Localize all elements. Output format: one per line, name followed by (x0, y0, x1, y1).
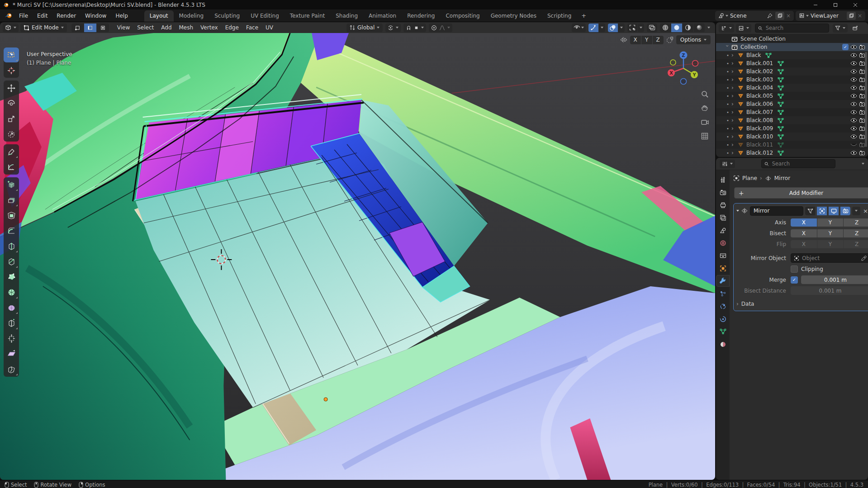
flip-z-button[interactable]: Z (844, 240, 868, 248)
disable-render-icon[interactable] (859, 101, 865, 107)
outliner-filter-mode[interactable] (736, 24, 751, 33)
modifier-name-input[interactable] (750, 206, 803, 216)
expand-arrow[interactable]: › (731, 101, 736, 107)
workspace-tab[interactable]: Scripting (542, 10, 577, 22)
pan-view-icon[interactable] (700, 103, 710, 113)
3d-viewport[interactable]: User Perspective (1) Plane | Plane X Y Z… (0, 33, 715, 480)
toggle-xray-button[interactable] (647, 24, 657, 32)
new-scene-button[interactable] (775, 12, 784, 20)
viewport-menu-item[interactable]: Select (133, 23, 157, 32)
expand-arrow[interactable]: › (731, 133, 736, 140)
tool-spin-button[interactable] (4, 285, 19, 300)
workspace-tab[interactable]: Rendering (402, 10, 440, 22)
hide-eye-icon[interactable] (850, 69, 857, 74)
tool-bevel-button[interactable] (4, 223, 19, 238)
add-modifier-button[interactable]: + Add Modifier (734, 187, 868, 199)
disable-render-icon[interactable] (859, 109, 865, 115)
outliner-object-row-black-004[interactable]: • › Black.004 (716, 84, 868, 92)
hide-eye-icon[interactable] (850, 101, 857, 107)
hide-eye-icon[interactable] (850, 126, 857, 131)
tab-material[interactable] (716, 338, 730, 350)
tab-view-layer[interactable] (716, 212, 730, 223)
hide-eye-icon[interactable] (850, 77, 857, 82)
expand-arrow[interactable]: › (731, 60, 736, 66)
outliner-search[interactable] (755, 24, 829, 33)
hide-eye-icon[interactable] (850, 61, 857, 66)
flip-y-button[interactable]: Y (817, 240, 844, 248)
tab-physics[interactable] (716, 300, 730, 312)
viewport-menu-item[interactable]: View (114, 23, 133, 32)
viewport-menu-item[interactable]: UV (262, 23, 277, 32)
disable-render-icon[interactable] (859, 44, 865, 50)
collapse-panel-arrow[interactable] (736, 210, 739, 212)
maximize-button[interactable] (825, 0, 845, 9)
outliner-object-row-black-007[interactable]: • › Black.007 (716, 108, 868, 116)
tool-annotate-button[interactable] (4, 144, 19, 159)
workspace-tab[interactable]: Texture Paint (285, 10, 330, 22)
viewport-menu-item[interactable]: Vertex (197, 23, 222, 32)
pivot-point-selector[interactable] (385, 24, 401, 32)
properties-search[interactable] (761, 159, 835, 168)
mirror-y-button[interactable]: Y (641, 36, 652, 44)
wireframe-shading-button[interactable] (660, 24, 671, 32)
tab-modifiers[interactable] (716, 275, 730, 287)
outliner-object-row-black-009[interactable]: • › Black.009 (716, 124, 868, 133)
solid-shading-button[interactable] (671, 24, 682, 32)
tool-measure-button[interactable] (4, 160, 19, 175)
edit-mode-display-toggle[interactable] (817, 207, 827, 215)
workspace-tab[interactable]: Sculpting (209, 10, 245, 22)
workspace-tab[interactable]: Geometry Nodes (485, 10, 542, 22)
blender-menu-button[interactable] (3, 11, 14, 21)
workspace-tab[interactable]: Compositing (440, 10, 485, 22)
tab-constraints[interactable] (716, 313, 730, 325)
tool-transform-button[interactable] (4, 127, 19, 142)
tab-render[interactable] (716, 186, 730, 198)
disable-render-icon[interactable] (859, 77, 865, 82)
clipping-checkbox[interactable] (791, 265, 798, 273)
mode-selector[interactable]: Edit Mode (20, 24, 67, 32)
viewport-menu-item[interactable]: Add (157, 23, 175, 32)
remove-viewlayer-button[interactable]: × (856, 12, 864, 20)
overlays-dropdown[interactable] (618, 24, 625, 32)
breadcrumb-modifier[interactable]: Mirror (774, 175, 790, 181)
disable-render-icon[interactable] (859, 93, 865, 99)
menu-item[interactable]: Edit (33, 11, 52, 20)
disable-render-icon[interactable] (859, 150, 865, 156)
workspace-tab[interactable]: Shading (330, 10, 363, 22)
eyedropper-icon[interactable] (861, 256, 867, 261)
disable-render-icon[interactable] (859, 142, 865, 147)
unlink-scene-button[interactable]: × (784, 12, 792, 20)
menu-item[interactable]: Window (81, 11, 111, 20)
camera-view-icon[interactable] (700, 117, 710, 127)
axis-y-button[interactable]: Y (817, 218, 844, 227)
outliner-object-row-black-002[interactable]: • › Black.002 (716, 67, 868, 76)
mirror-x-button[interactable]: X (630, 36, 641, 44)
tab-output[interactable] (716, 199, 730, 211)
breadcrumb-object[interactable]: Plane (742, 175, 757, 181)
outliner-object-row-black-012[interactable]: • › Black.012 (716, 149, 868, 157)
edge-select-button[interactable] (84, 24, 96, 32)
outliner-object-row-black[interactable]: • › Black (716, 51, 868, 59)
tool-add-cube-button[interactable] (4, 177, 19, 192)
xray-settings[interactable] (627, 24, 637, 32)
tool-rotate-button[interactable] (4, 96, 19, 111)
disable-render-icon[interactable] (859, 61, 865, 66)
hide-eye-icon[interactable] (850, 52, 857, 58)
tool-edge-slide-button[interactable] (4, 316, 19, 331)
tool-poly-build-button[interactable] (4, 270, 19, 284)
workspace-tab[interactable]: Modeling (174, 10, 209, 22)
disable-render-icon[interactable] (859, 52, 865, 58)
rendered-shading-button[interactable] (694, 24, 705, 32)
modifier-extras-dropdown[interactable] (852, 207, 860, 215)
tab-object-data[interactable] (716, 326, 730, 337)
outliner-object-row-black-011[interactable]: • › Black.011 (716, 141, 868, 149)
tool-knife-button[interactable] (4, 254, 19, 269)
outliner-scene-collection-row[interactable]: Scene Collection (716, 35, 868, 43)
mirror-object-field[interactable]: Object (791, 253, 868, 263)
menu-item[interactable]: File (14, 11, 33, 20)
tab-world[interactable] (716, 237, 730, 249)
tab-tool[interactable] (716, 174, 730, 185)
tab-scene[interactable] (716, 224, 730, 236)
new-collection-button[interactable] (850, 24, 859, 32)
hide-eye-icon[interactable] (850, 85, 857, 90)
